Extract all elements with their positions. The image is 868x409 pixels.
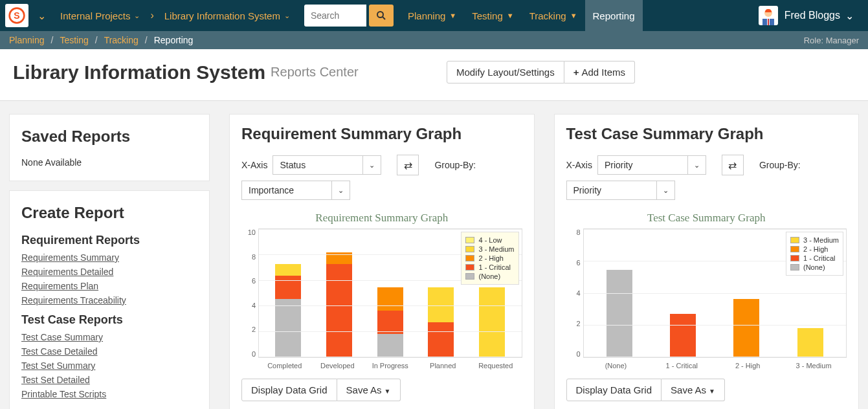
graph2-saveas-button[interactable]: Save As▼ xyxy=(662,379,725,401)
link-requirements-traceability[interactable]: Requirements Traceability xyxy=(21,295,197,305)
crumb-testing[interactable]: Testing xyxy=(60,35,88,45)
bar xyxy=(377,287,403,357)
page-subtitle: Reports Center xyxy=(271,65,359,80)
caret-down-icon: ▼ xyxy=(709,388,715,395)
search-input[interactable] xyxy=(304,5,366,27)
section-testcase-reports: Test Case Reports xyxy=(21,313,197,327)
top-nav: S ⌄ Internal Projects⌄ › Library Informa… xyxy=(0,0,868,31)
testcase-summary-card: Test Case Summary Graph X-Axis Priority … xyxy=(554,114,860,409)
caret-down-icon: ▼ xyxy=(449,12,456,19)
nav-testing[interactable]: Testing▼ xyxy=(464,0,521,31)
chevron-down-icon: ⌄ xyxy=(332,181,350,200)
caret-down-icon: ▼ xyxy=(507,12,514,19)
workspace-menu-icon[interactable]: ⌄ xyxy=(31,10,52,22)
saved-reports-none: None Available xyxy=(21,157,197,168)
breadcrumb: Planning/ Testing/ Tracking/ Reporting R… xyxy=(0,31,868,49)
swap-axes-button[interactable]: ⇄ xyxy=(722,155,744,175)
graph1-chart: Requirement Summary Graph 1086420 4 - Lo… xyxy=(241,212,522,370)
search-button[interactable] xyxy=(369,5,394,27)
bar xyxy=(428,287,454,357)
graph2-legend: 3 - Medium2 - High1 - Critical(None) xyxy=(786,232,843,276)
link-testcase-summary[interactable]: Test Case Summary xyxy=(21,332,197,342)
graph1-groupby-select[interactable]: Importance ⌄ xyxy=(241,181,350,200)
caret-down-icon: ▼ xyxy=(384,388,391,395)
search-icon xyxy=(376,10,386,21)
graph1-chart-title: Requirement Summary Graph xyxy=(241,212,522,225)
crumb-planning[interactable]: Planning xyxy=(9,35,45,45)
page-title: Library Information System xyxy=(13,61,265,83)
graph1-saveas-button[interactable]: Save As▼ xyxy=(337,379,401,401)
chevron-down-icon: ⌄ xyxy=(657,181,675,200)
create-report-card: Create Report Requirement Reports Requir… xyxy=(9,190,210,409)
caret-down-icon: ▼ xyxy=(570,12,577,19)
link-testcase-detailed[interactable]: Test Case Detailed xyxy=(21,346,197,357)
chevron-down-icon: ⌄ xyxy=(284,12,290,20)
chevron-down-icon: ⌄ xyxy=(845,10,854,22)
project-dropdown[interactable]: Library Information System⌄ xyxy=(157,0,298,31)
role-label: Role: Manager xyxy=(804,36,859,45)
graph1-title: Requirement Summary Graph xyxy=(241,125,522,143)
page-header: Library Information System Reports Cente… xyxy=(0,49,868,101)
graph1-display-grid-button[interactable]: Display Data Grid xyxy=(241,379,337,401)
create-report-title: Create Report xyxy=(21,204,197,222)
nav-planning[interactable]: Planning▼ xyxy=(400,0,464,31)
graph1-legend: 4 - Low3 - Medium2 - High1 - Critical(No… xyxy=(461,232,518,285)
crumb-tracking[interactable]: Tracking xyxy=(104,35,139,45)
swap-axes-button[interactable]: ⇄ xyxy=(397,155,419,175)
requirement-summary-card: Requirement Summary Graph X-Axis Status … xyxy=(229,114,535,409)
plus-icon: + xyxy=(573,67,579,78)
graph2-chart: Test Case Summary Graph 86420 3 - Medium… xyxy=(566,212,847,370)
add-items-button[interactable]: +Add Items xyxy=(564,61,635,83)
graph1-groupby-label: Group-By: xyxy=(434,160,476,170)
chevron-down-icon: ⌄ xyxy=(688,155,706,175)
bar xyxy=(733,299,759,357)
modify-layout-button[interactable]: Modify Layout/Settings xyxy=(447,61,564,83)
section-requirement-reports: Requirement Reports xyxy=(21,234,197,247)
svg-point-2 xyxy=(377,12,383,17)
graph2-display-grid-button[interactable]: Display Data Grid xyxy=(566,379,662,401)
graph2-xaxis-label: X-Axis xyxy=(566,160,592,170)
link-requirements-plan[interactable]: Requirements Plan xyxy=(21,281,197,291)
search-group xyxy=(304,5,394,27)
avatar xyxy=(759,6,778,25)
link-printable-test-scripts[interactable]: Printable Test Scripts xyxy=(21,389,197,399)
content-area: Requirement Summary Graph X-Axis Status … xyxy=(229,114,859,409)
saved-reports-title: Saved Reports xyxy=(21,127,197,146)
graph2-xaxis-select[interactable]: Priority ⌄ xyxy=(597,155,706,175)
saved-reports-card: Saved Reports None Available xyxy=(9,114,210,181)
sidebar: Saved Reports None Available Create Repo… xyxy=(9,114,210,409)
nav-tracking[interactable]: Tracking▼ xyxy=(522,0,585,31)
chevron-down-icon: ⌄ xyxy=(134,12,140,20)
nav-reporting[interactable]: Reporting xyxy=(585,0,643,31)
app-logo[interactable]: S xyxy=(5,4,28,27)
svg-text:S: S xyxy=(14,10,19,21)
link-requirements-detailed[interactable]: Requirements Detailed xyxy=(21,267,197,277)
main-area: Saved Reports None Available Create Repo… xyxy=(0,101,868,409)
graph2-title: Test Case Summary Graph xyxy=(566,125,847,143)
graph2-groupby-select[interactable]: Priority ⌄ xyxy=(566,181,675,200)
bar xyxy=(326,252,352,357)
graph1-xaxis-label: X-Axis xyxy=(241,160,267,170)
bar xyxy=(797,328,823,357)
link-requirements-summary[interactable]: Requirements Summary xyxy=(21,252,197,263)
link-testset-detailed[interactable]: Test Set Detailed xyxy=(21,375,197,385)
chevron-down-icon: ⌄ xyxy=(363,155,381,175)
svg-line-3 xyxy=(383,17,385,19)
graph2-chart-title: Test Case Summary Graph xyxy=(566,212,847,225)
swap-icon: ⇄ xyxy=(404,159,412,171)
bar xyxy=(275,264,301,357)
crumb-current: Reporting xyxy=(154,35,194,45)
svg-rect-7 xyxy=(768,19,769,25)
workspace-label: Internal Projects xyxy=(60,10,130,21)
workspace-dropdown[interactable]: Internal Projects⌄ xyxy=(52,0,148,31)
breadcrumb-chevron-icon: › xyxy=(148,10,156,21)
swap-icon: ⇄ xyxy=(728,159,737,171)
user-name: Fred Bloggs xyxy=(785,10,840,21)
bar xyxy=(479,287,505,357)
graph2-groupby-label: Group-By: xyxy=(759,160,801,170)
graph1-xaxis-select[interactable]: Status ⌄ xyxy=(273,155,381,175)
user-menu[interactable]: Fred Bloggs ⌄ xyxy=(750,6,863,25)
link-testset-summary[interactable]: Test Set Summary xyxy=(21,360,197,371)
bar xyxy=(606,270,632,357)
bar xyxy=(670,314,696,358)
